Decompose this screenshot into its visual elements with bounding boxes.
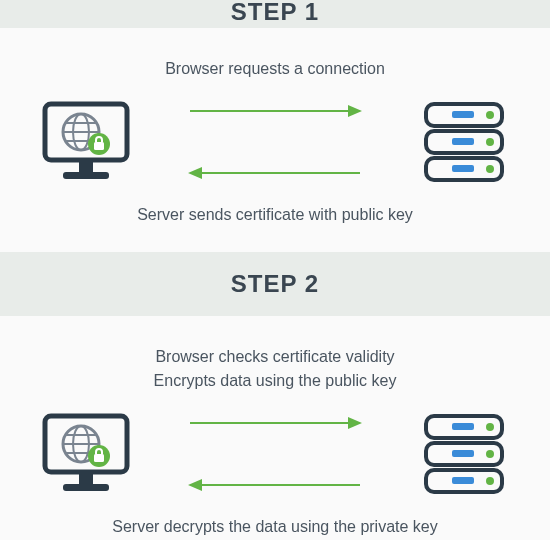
arrow-left-icon — [188, 166, 362, 180]
arrow-right-icon — [188, 104, 362, 118]
server-stack-icon — [416, 410, 512, 498]
arrow-left-icon — [188, 478, 362, 492]
svg-point-39 — [486, 423, 494, 431]
svg-rect-18 — [452, 138, 474, 145]
svg-rect-8 — [79, 162, 93, 172]
svg-point-16 — [486, 111, 494, 119]
svg-point-45 — [486, 477, 494, 485]
svg-rect-9 — [63, 172, 109, 179]
svg-rect-15 — [452, 111, 474, 118]
svg-marker-13 — [188, 167, 202, 179]
caption: Browser checks certificate validity — [0, 348, 550, 366]
server-stack-icon — [416, 98, 512, 186]
diagram-row — [0, 410, 550, 498]
svg-rect-30 — [94, 454, 104, 462]
svg-rect-21 — [452, 165, 474, 172]
svg-rect-44 — [452, 477, 474, 484]
svg-point-42 — [486, 450, 494, 458]
svg-rect-32 — [63, 484, 109, 491]
caption: Browser requests a connection — [0, 60, 550, 78]
svg-point-22 — [486, 165, 494, 173]
step-heading: STEP 1 — [0, 0, 550, 28]
arrows-group — [134, 104, 416, 180]
caption: Server sends certificate with public key — [0, 206, 550, 224]
svg-marker-34 — [348, 417, 362, 429]
svg-marker-36 — [188, 479, 202, 491]
browser-lock-icon — [38, 410, 134, 498]
arrow-right-icon — [188, 416, 362, 430]
step-body: Browser requests a connection — [0, 28, 550, 252]
step-body: Browser checks certificate validity Encr… — [0, 316, 550, 540]
browser-lock-icon — [38, 98, 134, 186]
svg-rect-7 — [94, 142, 104, 150]
svg-rect-41 — [452, 450, 474, 457]
svg-point-19 — [486, 138, 494, 146]
step-heading-text: STEP 2 — [231, 270, 319, 297]
caption: Server decrypts the data using the priva… — [0, 518, 550, 536]
svg-marker-11 — [348, 105, 362, 117]
step-heading: STEP 2 — [0, 252, 550, 316]
svg-rect-31 — [79, 474, 93, 484]
svg-rect-38 — [452, 423, 474, 430]
arrows-group — [134, 416, 416, 492]
step-heading-text: STEP 1 — [231, 0, 319, 25]
diagram-row — [0, 98, 550, 186]
caption: Encrypts data using the public key — [0, 372, 550, 390]
